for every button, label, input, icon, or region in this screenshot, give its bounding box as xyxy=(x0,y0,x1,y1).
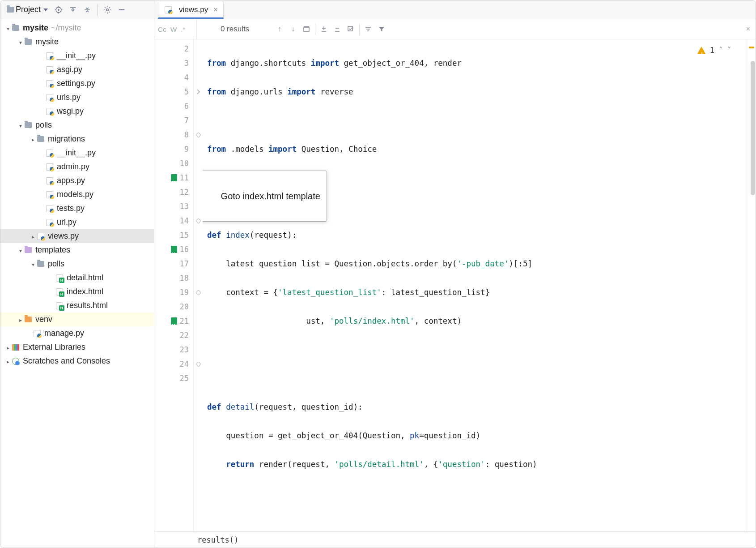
tree-file[interactable]: url.py xyxy=(0,215,154,229)
tree-file[interactable]: results.html xyxy=(0,299,154,313)
warning-triangle-icon xyxy=(697,47,705,54)
tree-external-libraries[interactable]: External Libraries xyxy=(0,340,154,354)
search-results-count: 0 results xyxy=(197,25,273,34)
template-gutter-icon[interactable] xyxy=(171,246,177,253)
svg-point-8 xyxy=(106,9,109,11)
python-file-icon xyxy=(37,233,44,240)
search-mode-toggles[interactable]: Cc W.* xyxy=(154,19,197,39)
target-icon[interactable] xyxy=(52,4,65,16)
select-all-occurrences-icon[interactable] xyxy=(344,22,357,36)
filter-icon[interactable] xyxy=(375,22,388,36)
editor-tabs: views.py × xyxy=(154,0,756,19)
python-file-icon xyxy=(46,219,53,226)
prev-problem-icon[interactable]: ˄ xyxy=(719,43,723,57)
dropdown-triangle-icon xyxy=(43,9,48,11)
tree-file[interactable]: apps.py xyxy=(0,174,154,188)
next-match-icon[interactable]: ↓ xyxy=(286,22,300,36)
scratches-icon xyxy=(12,358,19,365)
top-toolbar: Project views.py × xyxy=(0,0,756,19)
template-gutter-icon[interactable] xyxy=(171,174,177,181)
python-file-icon xyxy=(34,330,41,337)
breadcrumb-bar[interactable]: results() xyxy=(154,531,756,548)
tree-file[interactable]: __init__.py xyxy=(0,49,154,63)
svg-point-1 xyxy=(58,9,59,10)
python-file-icon xyxy=(46,205,53,212)
tree-file[interactable]: settings.py xyxy=(0,77,154,90)
collapse-all-icon[interactable] xyxy=(81,4,93,16)
tree-root[interactable]: mysite~/mysite xyxy=(0,21,154,35)
tree-templates[interactable]: templates xyxy=(0,243,154,257)
python-file-icon xyxy=(46,80,53,87)
svg-rect-10 xyxy=(304,27,309,31)
add-selection-icon[interactable] xyxy=(317,22,331,36)
prev-match-icon[interactable]: ↑ xyxy=(273,22,286,36)
code-area[interactable]: 2 3 4 5 6 7 8 9 10 11 12 13 14 15 16 17 … xyxy=(154,39,756,531)
filter-settings-icon[interactable] xyxy=(361,22,375,36)
libraries-icon xyxy=(12,344,19,351)
goto-template-tooltip: Goto index.html template xyxy=(203,171,327,222)
project-toolbar: Project xyxy=(0,0,154,19)
python-file-icon xyxy=(46,66,53,73)
select-all-icon[interactable] xyxy=(300,22,313,36)
minimize-icon[interactable] xyxy=(115,4,128,16)
remove-selection-icon[interactable] xyxy=(331,22,344,36)
tree-file-views-selected[interactable]: views.py xyxy=(0,229,154,243)
project-folder-icon xyxy=(7,7,14,13)
python-file-icon xyxy=(165,6,172,13)
tab-label: views.py xyxy=(179,5,208,14)
main-split: mysite~/mysite mysite __init__.py asgi.p… xyxy=(0,19,756,548)
tree-file[interactable]: __init__.py xyxy=(0,146,154,160)
inspections-widget[interactable]: 1 ˄ ˅ xyxy=(696,42,733,58)
tree-templates-polls[interactable]: polls xyxy=(0,257,154,271)
tree-file[interactable]: asgi.py xyxy=(0,63,154,77)
tree-file[interactable]: models.py xyxy=(0,188,154,201)
line-gutter: 2 3 4 5 6 7 8 9 10 11 12 13 14 15 16 17 … xyxy=(154,39,194,531)
templates-folder-icon xyxy=(25,247,32,253)
python-file-icon xyxy=(46,108,53,115)
next-problem-icon[interactable]: ˅ xyxy=(727,43,731,57)
vertical-scrollbar[interactable] xyxy=(750,57,756,478)
toolbar-separator xyxy=(97,4,98,16)
python-file-icon xyxy=(46,52,53,60)
svg-rect-17 xyxy=(348,26,353,31)
folder-icon xyxy=(37,136,44,142)
template-gutter-icon[interactable] xyxy=(171,317,177,325)
project-dropdown[interactable]: Project xyxy=(4,4,51,15)
tree-file[interactable]: detail.html xyxy=(0,271,154,285)
html-file-icon xyxy=(56,288,63,295)
tree-file[interactable]: admin.py xyxy=(0,160,154,174)
project-tree: mysite~/mysite mysite __init__.py asgi.p… xyxy=(0,19,154,548)
search-bar: Cc W.* 0 results ↑ ↓ × xyxy=(154,19,756,39)
expand-all-icon[interactable] xyxy=(67,4,79,16)
venv-folder-icon xyxy=(25,317,32,322)
code-text[interactable]: from django.shortcuts import get_object_… xyxy=(203,39,747,531)
python-file-icon xyxy=(46,177,53,184)
gear-icon[interactable] xyxy=(101,4,114,16)
tab-views-py[interactable]: views.py × xyxy=(158,2,224,19)
tree-file[interactable]: wsgi.py xyxy=(0,104,154,118)
folder-icon xyxy=(25,39,32,45)
tree-file[interactable]: index.html xyxy=(0,285,154,299)
warning-mark-icon[interactable] xyxy=(749,47,754,48)
python-file-icon xyxy=(46,150,53,157)
tree-polls[interactable]: polls xyxy=(0,118,154,132)
tree-file[interactable]: urls.py xyxy=(0,90,154,104)
close-search-icon[interactable]: × xyxy=(746,25,750,33)
tree-file[interactable]: manage.py xyxy=(0,326,154,340)
folder-icon xyxy=(12,25,19,31)
python-file-icon xyxy=(46,191,53,198)
folder-icon xyxy=(37,261,44,267)
python-file-icon xyxy=(46,94,53,101)
python-file-icon xyxy=(46,163,53,171)
folder-icon xyxy=(25,122,32,128)
tree-scratches[interactable]: Scratches and Consoles xyxy=(0,354,154,368)
project-label: Project xyxy=(16,5,41,14)
tree-migrations[interactable]: migrations xyxy=(0,132,154,146)
close-tab-icon[interactable]: × xyxy=(213,6,217,14)
tree-file[interactable]: tests.py xyxy=(0,201,154,215)
html-file-icon xyxy=(56,274,63,282)
tree-mysite-pkg[interactable]: mysite xyxy=(0,35,154,49)
tree-venv[interactable]: venv xyxy=(0,313,154,326)
html-file-icon xyxy=(56,302,63,309)
fold-markers xyxy=(194,39,203,531)
